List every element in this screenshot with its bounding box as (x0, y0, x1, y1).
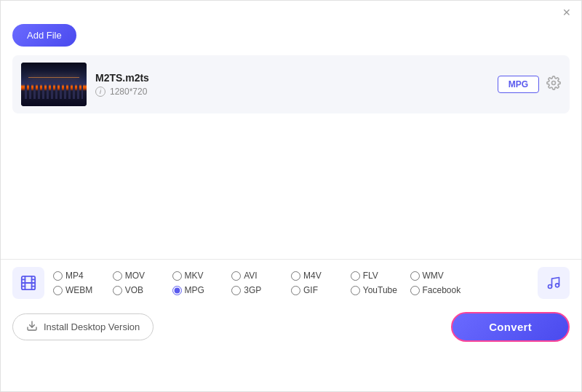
add-file-button[interactable]: Add File (12, 24, 76, 47)
format-label-mpg: MPG (185, 285, 204, 295)
file-meta: i 1280*720 (95, 87, 489, 97)
format-option-flv[interactable]: FLV (351, 271, 410, 281)
title-bar: ✕ (1, 1, 581, 18)
format-label-avi: AVI (244, 271, 257, 281)
format-label-facebook: Facebook (423, 285, 461, 295)
film-icon (20, 275, 36, 291)
format-label-mkv: MKV (185, 271, 204, 281)
format-option-mpg[interactable]: MPG (172, 285, 232, 295)
file-list: M2TS.m2ts i 1280*720 MPG (1, 55, 581, 113)
format-option-facebook[interactable]: Facebook (410, 285, 470, 295)
format-option-vob[interactable]: VOB (113, 285, 172, 295)
format-option-mov[interactable]: MOV (113, 271, 172, 281)
format-radio-wmv[interactable] (410, 271, 420, 281)
format-radio-youtube[interactable] (351, 286, 360, 295)
file-item: M2TS.m2ts i 1280*720 MPG (12, 55, 570, 113)
format-label-flv: FLV (363, 271, 378, 281)
format-radio-mov[interactable] (113, 271, 122, 281)
music-icon (546, 276, 561, 290)
format-radio-mp4[interactable] (53, 271, 63, 281)
format-selector: MP4 MOV MKV AVI M4V FLV WMV W (1, 259, 581, 306)
format-radio-webm[interactable] (53, 286, 63, 295)
format-options: MP4 MOV MKV AVI M4V FLV WMV W (53, 271, 529, 295)
install-desktop-button[interactable]: Install Desktop Version (12, 313, 154, 340)
format-label-mp4: MP4 (65, 271, 84, 281)
svg-point-9 (549, 285, 552, 289)
format-radio-mpg[interactable] (172, 286, 182, 295)
format-radio-mkv[interactable] (172, 271, 182, 281)
format-option-mkv[interactable]: MKV (172, 271, 232, 281)
format-badge-button[interactable]: MPG (498, 76, 539, 93)
convert-button[interactable]: Convert (451, 312, 570, 342)
close-button[interactable]: ✕ (561, 7, 573, 18)
format-radio-vob[interactable] (113, 286, 122, 295)
format-option-mp4[interactable]: MP4 (53, 271, 113, 281)
settings-icon[interactable] (546, 76, 561, 94)
format-label-youtube: YouTube (363, 285, 397, 295)
svg-point-0 (552, 81, 556, 84)
format-option-youtube[interactable]: YouTube (351, 285, 410, 295)
format-radio-avi[interactable] (231, 271, 241, 281)
format-option-webm[interactable]: WEBM (53, 285, 113, 295)
format-label-3gp: 3GP (244, 285, 261, 295)
format-radio-facebook[interactable] (410, 286, 420, 295)
format-option-gif[interactable]: GIF (291, 285, 351, 295)
format-label-wmv: WMV (423, 271, 444, 281)
format-radio-m4v[interactable] (291, 271, 300, 281)
audio-format-icon-box[interactable] (538, 267, 570, 299)
file-name: M2TS.m2ts (95, 72, 489, 84)
format-option-wmv[interactable]: WMV (410, 271, 470, 281)
format-option-m4v[interactable]: M4V (291, 271, 351, 281)
format-radio-3gp[interactable] (231, 286, 241, 295)
file-thumbnail (21, 63, 87, 106)
format-label-vob: VOB (125, 285, 143, 295)
format-label-mov: MOV (125, 271, 145, 281)
video-format-icon-box[interactable] (12, 267, 44, 299)
format-option-avi[interactable]: AVI (231, 271, 291, 281)
footer: Install Desktop Version Convert (1, 306, 581, 353)
install-label: Install Desktop Version (44, 321, 140, 332)
svg-point-10 (556, 284, 559, 287)
format-label-webm: WEBM (65, 285, 92, 295)
format-radio-flv[interactable] (351, 271, 360, 281)
format-option-3gp[interactable]: 3GP (231, 285, 291, 295)
info-icon[interactable]: i (95, 87, 105, 97)
file-info: M2TS.m2ts i 1280*720 (95, 72, 489, 97)
toolbar: Add File (1, 18, 581, 55)
file-resolution: 1280*720 (110, 87, 147, 97)
format-label-gif: GIF (303, 285, 318, 295)
format-label-m4v: M4V (303, 271, 322, 281)
format-radio-gif[interactable] (291, 286, 300, 295)
download-icon (26, 320, 38, 334)
file-actions: MPG (498, 76, 561, 94)
empty-area (1, 113, 581, 259)
